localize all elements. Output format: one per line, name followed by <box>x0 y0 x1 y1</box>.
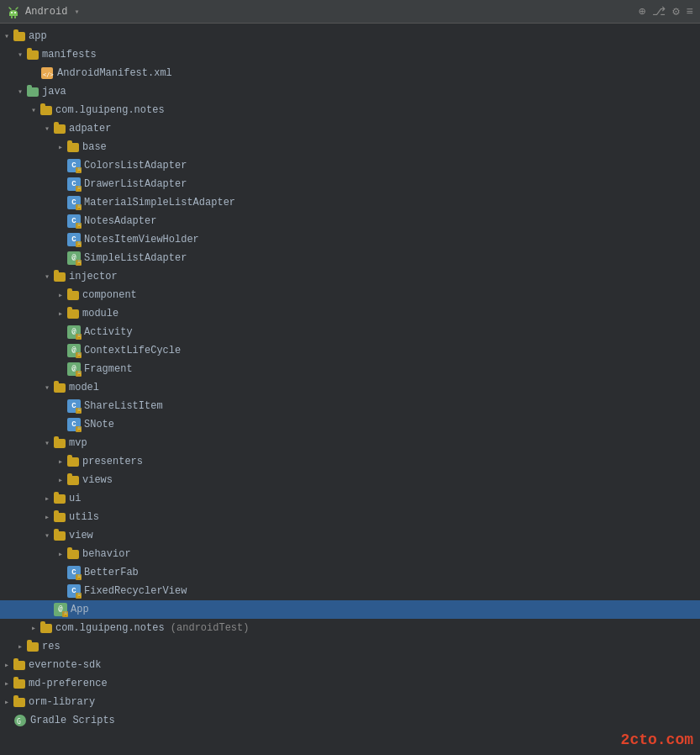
title-bar-left: Android ▾ <box>7 5 639 18</box>
tree-item-label: md-preference <box>29 678 108 689</box>
tree-item-32[interactable]: @ 🔒 App <box>0 600 700 619</box>
tree-item-10[interactable]: C 🔒 MaterialSimpleListAdapter <box>0 193 700 212</box>
tree-item-18[interactable]: @ 🔒 ContextLifeCycle <box>0 341 700 360</box>
tree-item-label: SimpleListAdapter <box>84 252 187 264</box>
tree-arrow[interactable] <box>40 383 54 393</box>
tree-item-label: MaterialSimpleListAdapter <box>84 197 235 209</box>
tree-arrow[interactable] <box>0 31 13 41</box>
tree-item-label: evernote-sdk <box>29 659 101 671</box>
tree-item-label: utils <box>69 511 99 523</box>
tree-item-5[interactable]: com.lguipeng.notes <box>0 101 700 119</box>
tree-arrow[interactable] <box>13 87 27 97</box>
tree-item-2[interactable]: manifests <box>0 45 700 64</box>
tree-item-37[interactable]: orm-library <box>0 693 700 711</box>
tree-arrow[interactable] <box>0 678 13 689</box>
tree-arrow[interactable] <box>54 457 67 467</box>
globe-icon[interactable]: ⊕ <box>639 4 645 18</box>
tree-item-4[interactable]: java <box>0 82 700 101</box>
tree-item-label: NotesItemViewHolder <box>84 234 199 246</box>
tree-item-label: com.lguipeng.notes (androidTest) <box>55 622 249 634</box>
tree-item-28[interactable]: view <box>0 526 700 545</box>
tree-item-label: Activity <box>84 326 133 338</box>
tree-item-29[interactable]: behavior <box>0 545 700 563</box>
svg-rect-0 <box>11 16 13 18</box>
tree-arrow[interactable] <box>54 290 67 300</box>
tree-item-20[interactable]: model <box>0 378 700 397</box>
svg-text:G: G <box>17 718 21 726</box>
tree-item-label: component <box>82 289 137 301</box>
tree-item-33[interactable]: com.lguipeng.notes (androidTest) <box>0 619 700 637</box>
tree-item-12[interactable]: C 🔒 NotesItemViewHolder <box>0 230 700 249</box>
tree-item-25[interactable]: views <box>0 471 700 489</box>
settings-icon[interactable]: ⚙ <box>672 4 679 18</box>
tree-item-19[interactable]: @ 🔒 Fragment <box>0 360 700 378</box>
tree-item-13[interactable]: @ 🔒 SimpleListAdapter <box>0 249 700 267</box>
tree-arrow[interactable] <box>13 50 27 60</box>
tree-item-label: base <box>82 141 107 153</box>
tree-item-36[interactable]: md-preference <box>0 674 700 693</box>
tree-arrow[interactable] <box>27 623 40 633</box>
tree-item-label: Gradle Scripts <box>30 715 115 726</box>
android-icon <box>7 5 20 18</box>
tree-item-label: injector <box>69 271 118 282</box>
tree-item-31[interactable]: C 🔒 FixedRecyclerView <box>0 582 700 600</box>
tree-item-label: orm-library <box>29 696 95 708</box>
tree-item-35[interactable]: evernote-sdk <box>0 656 700 674</box>
tree-item-14[interactable]: injector <box>0 267 700 286</box>
tree-item-6[interactable]: adpater <box>0 119 700 138</box>
svg-line-4 <box>9 8 11 9</box>
tree-item-15[interactable]: component <box>0 286 700 304</box>
tree-arrow[interactable] <box>40 438 54 448</box>
tree-arrow[interactable] <box>54 549 67 559</box>
svg-point-2 <box>11 12 13 13</box>
tree-item-38[interactable]: G Gradle Scripts <box>0 711 700 730</box>
branch-icon[interactable]: ⎇ <box>652 4 666 18</box>
tree-item-22[interactable]: C 🔒 SNote <box>0 415 700 434</box>
tree-item-label: Fragment <box>84 363 133 375</box>
tree-item-30[interactable]: C 🔒 BetterFab <box>0 563 700 582</box>
tree-item-7[interactable]: base <box>0 138 700 156</box>
tree-item-21[interactable]: C 🔒 ShareListItem <box>0 397 700 415</box>
tree-arrow[interactable] <box>40 124 54 134</box>
tree-arrow[interactable] <box>54 475 67 485</box>
svg-point-3 <box>14 12 16 13</box>
tree-item-8[interactable]: C 🔒 ColorsListAdapter <box>0 156 700 175</box>
dropdown-arrow[interactable]: ▾ <box>74 7 79 17</box>
tree-arrow[interactable] <box>40 512 54 522</box>
tree-item-label: ui <box>69 493 81 504</box>
tree-item-label: res <box>42 641 61 652</box>
tree-arrow[interactable] <box>0 660 13 670</box>
tree-item-label: manifests <box>42 49 97 61</box>
tree-item-11[interactable]: C 🔒 NotesAdapter <box>0 212 700 230</box>
tree-arrow[interactable] <box>54 309 67 319</box>
tree-item-label: presenters <box>82 456 143 467</box>
tree-item-label: module <box>82 308 118 319</box>
tree-item-34[interactable]: res <box>0 637 700 656</box>
tree-item-27[interactable]: utils <box>0 508 700 526</box>
tree-arrow[interactable] <box>40 272 54 282</box>
menu-icon[interactable]: ≡ <box>687 5 693 18</box>
tree-item-26[interactable]: ui <box>0 489 700 508</box>
tree-item-16[interactable]: module <box>0 304 700 323</box>
watermark: 2cto.com <box>621 731 693 748</box>
tree-item-1[interactable]: app <box>0 27 700 45</box>
tree-item-label: NotesAdapter <box>84 215 156 227</box>
svg-rect-1 <box>14 16 16 18</box>
tree-item-label: com.lguipeng.notes <box>55 104 165 116</box>
tree-arrow[interactable] <box>13 641 27 652</box>
tree-arrow[interactable] <box>40 494 54 504</box>
tree-item-label: BetterFab <box>84 567 139 578</box>
tree-arrow[interactable] <box>27 105 40 115</box>
title-bar-right: ⊕ ⎇ ⚙ ≡ <box>639 4 693 18</box>
tree-arrow[interactable] <box>54 142 67 152</box>
tree-item-24[interactable]: presenters <box>0 452 700 471</box>
tree-item-label: view <box>69 530 93 541</box>
tree-item-label: app <box>29 30 47 42</box>
tree-item-9[interactable]: C 🔒 DrawerListAdapter <box>0 175 700 193</box>
tree-item-17[interactable]: @ 🔒 Activity <box>0 323 700 341</box>
tree-arrow[interactable] <box>0 697 13 707</box>
tree-item-label: mvp <box>69 437 87 449</box>
tree-item-23[interactable]: mvp <box>0 434 700 452</box>
tree-arrow[interactable] <box>40 531 54 541</box>
tree-item-3[interactable]: </> AndroidManifest.xml <box>0 64 700 82</box>
